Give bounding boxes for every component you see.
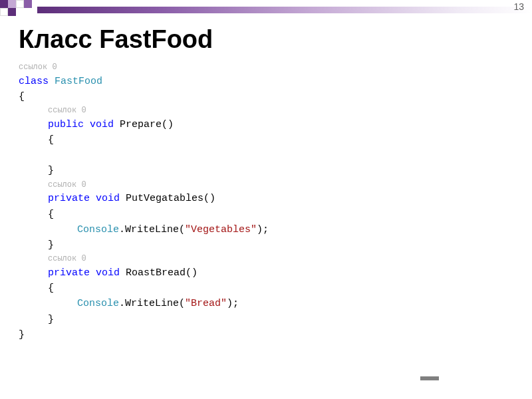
codelens-reference: ссылок 0 <box>19 61 269 74</box>
codelens-reference: ссылок 0 <box>19 104 269 117</box>
square-icon <box>24 0 32 8</box>
slide-title: Класс FastFood <box>19 25 213 54</box>
type-console: Console <box>77 224 119 235</box>
square-icon <box>16 0 24 8</box>
keyword-void: void <box>84 119 114 130</box>
keyword-public: public <box>48 119 84 130</box>
class-name: FastFood <box>49 76 102 87</box>
code-line: { <box>19 132 269 148</box>
method-name: Prepare() <box>114 119 174 130</box>
method-name: PutVegatables() <box>120 193 215 204</box>
code-text: .WriteLine( <box>119 298 185 309</box>
footer-mark-icon <box>420 376 439 380</box>
code-text: ); <box>227 298 239 309</box>
codelens-reference: ссылок 0 <box>19 253 269 265</box>
keyword-void: void <box>90 267 120 279</box>
keyword-void: void <box>90 193 120 204</box>
type-console: Console <box>77 298 119 309</box>
slide-top-decoration <box>0 0 532 19</box>
square-icon <box>0 0 8 8</box>
method-name: RoastBread() <box>120 267 198 279</box>
code-line: } <box>19 163 269 178</box>
string-literal: "Vegetables" <box>185 224 257 235</box>
code-line: private void PutVegatables() <box>19 191 269 206</box>
keyword-private: private <box>48 193 90 204</box>
code-line: } <box>19 237 269 253</box>
code-line: { <box>19 207 269 222</box>
code-line: public void Prepare() <box>19 117 269 132</box>
string-literal: "Bread" <box>185 298 227 309</box>
slide-number: 13 <box>513 1 524 12</box>
square-icon <box>0 8 8 16</box>
decorative-squares <box>0 0 33 16</box>
code-line: private void RoastBread() <box>19 265 269 281</box>
code-line: } <box>19 312 269 327</box>
code-line: class FastFood <box>19 74 269 89</box>
code-line: { <box>19 89 269 104</box>
code-block: ссылок 0 class FastFood { ссылок 0 publi… <box>19 61 269 342</box>
keyword-private: private <box>48 267 90 279</box>
square-icon <box>8 8 16 16</box>
code-line <box>19 148 269 163</box>
keyword-class: class <box>19 76 49 87</box>
code-line: } <box>19 327 269 342</box>
code-text: ); <box>257 224 269 235</box>
code-line: Console.WriteLine("Bread"); <box>19 296 269 311</box>
code-text: .WriteLine( <box>119 224 185 235</box>
code-line: { <box>19 281 269 296</box>
codelens-reference: ссылок 0 <box>19 179 269 192</box>
code-line: Console.WriteLine("Vegetables"); <box>19 222 269 237</box>
gradient-bar <box>37 7 532 13</box>
square-icon <box>8 0 16 8</box>
